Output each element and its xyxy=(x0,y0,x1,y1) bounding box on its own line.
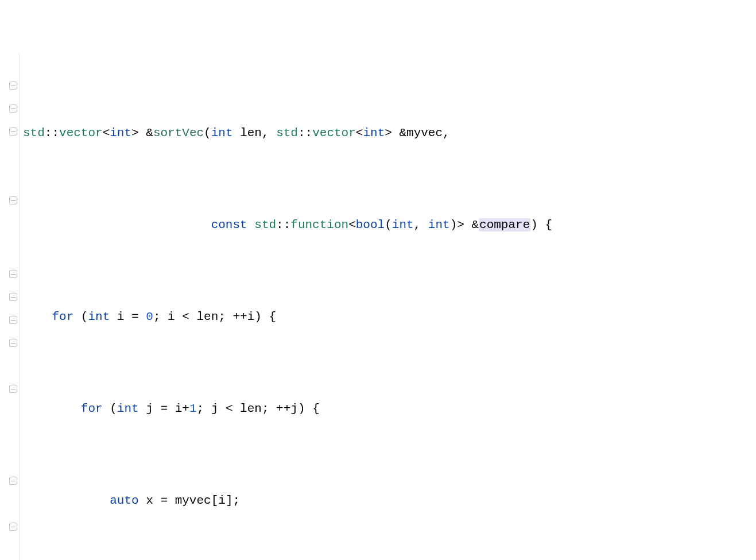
token-op: )> & xyxy=(450,218,479,231)
token-type: function xyxy=(290,218,348,231)
code-line[interactable]: auto x = myvec[i]; xyxy=(20,489,756,512)
code-line[interactable]: std::vector<int> &sortVec(int len, std::… xyxy=(20,122,756,145)
fold-icon[interactable] xyxy=(9,128,17,136)
code-editor[interactable]: std::vector<int> &sortVec(int len, std::… xyxy=(0,53,756,560)
fold-icon[interactable] xyxy=(9,105,17,113)
token-ws xyxy=(247,218,255,231)
token-op: ( xyxy=(73,310,88,323)
token-namespace: std xyxy=(254,218,276,231)
token-type: vector xyxy=(312,126,356,140)
token-id: len, xyxy=(233,126,277,140)
token-namespace: std xyxy=(276,126,298,140)
token-function: sortVec xyxy=(153,126,204,140)
token-keyword: for xyxy=(52,310,73,323)
token-namespace: std xyxy=(23,126,45,140)
fold-close-icon[interactable] xyxy=(9,270,17,278)
code-line[interactable]: for (int j = i+1; j < len; ++j) { xyxy=(20,397,756,420)
token-op: :: xyxy=(298,126,312,140)
token-op: ( xyxy=(204,126,211,140)
token-number: 0 xyxy=(146,310,153,323)
token-op: ( xyxy=(385,218,392,231)
token-id: ; i < len; ++i) { xyxy=(153,310,276,323)
token-highlighted-var: compare xyxy=(479,218,530,231)
token-type: int xyxy=(363,126,385,140)
token-id: x = myvec[i]; xyxy=(139,494,240,507)
token-type: int xyxy=(110,126,131,140)
token-op: ) { xyxy=(530,218,552,231)
token-id: ; j < len; ++j) { xyxy=(197,402,320,415)
fold-close-icon[interactable] xyxy=(9,523,17,531)
token-op: :: xyxy=(45,126,59,140)
token-op: ( xyxy=(103,402,117,415)
fold-icon[interactable] xyxy=(9,196,17,204)
token-keyword: for xyxy=(81,402,103,415)
token-number: 1 xyxy=(189,402,197,415)
token-ws xyxy=(23,402,81,415)
token-keyword: auto xyxy=(110,494,138,507)
token-op: < xyxy=(348,218,356,231)
fold-icon[interactable] xyxy=(9,385,17,393)
token-type: vector xyxy=(59,126,103,140)
gutter xyxy=(0,53,20,560)
token-type: int xyxy=(428,218,450,231)
token-type: int xyxy=(392,218,414,231)
code-line[interactable]: for (int i = 0; i < len; ++i) { xyxy=(20,306,756,329)
token-ws xyxy=(23,310,52,323)
token-op: < xyxy=(356,126,363,140)
fold-close-icon[interactable] xyxy=(9,293,17,301)
token-id: > &myvec, xyxy=(385,126,449,140)
fold-icon[interactable] xyxy=(9,82,17,90)
token-type: int xyxy=(88,310,110,323)
code-area[interactable]: std::vector<int> &sortVec(int len, std::… xyxy=(20,53,756,560)
fold-close-icon[interactable] xyxy=(9,316,17,324)
token-type: int xyxy=(211,126,233,140)
token-op: :: xyxy=(276,218,290,231)
token-id: j = i+ xyxy=(139,402,189,415)
token-keyword: const xyxy=(211,218,247,231)
fold-icon[interactable] xyxy=(9,477,17,485)
token-op: , xyxy=(414,218,428,231)
fold-close-icon[interactable] xyxy=(9,339,17,347)
token-op: < xyxy=(103,126,110,140)
token-type: bool xyxy=(356,218,385,231)
code-line[interactable]: const std::function<bool(int, int)> &com… xyxy=(20,214,756,237)
token-ws xyxy=(23,494,110,507)
token-op: > & xyxy=(131,126,153,140)
token-ws xyxy=(23,218,211,231)
token-type: int xyxy=(117,402,139,415)
token-id: i = xyxy=(110,310,146,323)
